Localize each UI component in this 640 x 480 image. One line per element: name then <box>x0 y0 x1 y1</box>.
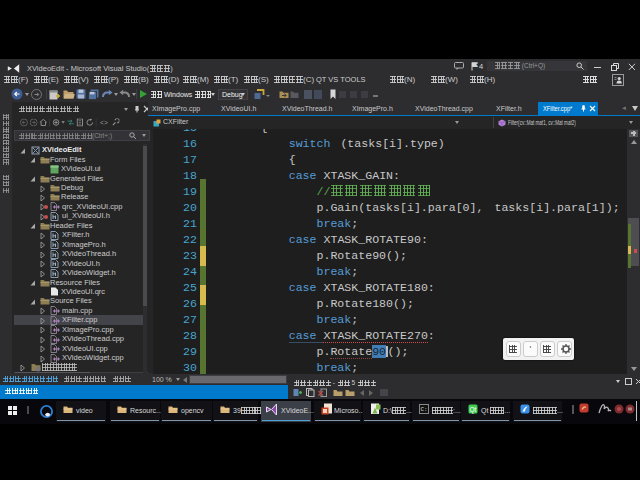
svg-text:C:: C: <box>421 406 428 413</box>
svg-text:Qt: Qt <box>470 406 477 414</box>
